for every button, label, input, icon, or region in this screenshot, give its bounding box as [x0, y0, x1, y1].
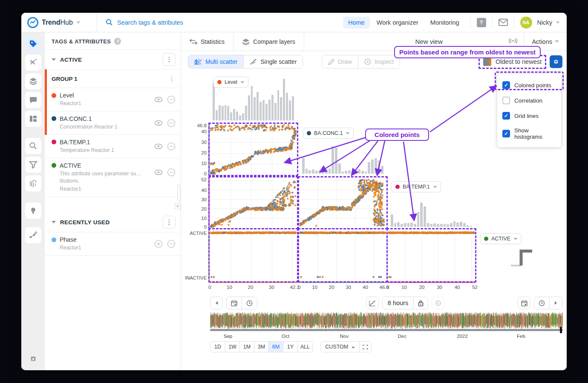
eye-icon[interactable] [154, 169, 163, 175]
layers-rail-button[interactable] [25, 73, 41, 89]
formulas-rail-button[interactable] [25, 54, 41, 71]
histogram-cell-active[interactable]: ACTIVE [477, 230, 565, 281]
tag-item-conc[interactable]: BA:CONC.1 Concentration Reactor 1 [45, 111, 181, 135]
custom-range-button[interactable]: CUSTOM [321, 342, 359, 352]
context-graph-rail-button[interactable] [25, 227, 41, 243]
range-1y[interactable]: 1Y [283, 342, 297, 352]
plus-circle-icon[interactable] [154, 240, 163, 248]
range-all[interactable]: ALL [297, 342, 312, 352]
eye-icon[interactable] [154, 120, 163, 126]
y-tick: 20 [188, 150, 207, 155]
minus-circle-icon[interactable] [167, 119, 176, 127]
scatter-cell-active-vs-conc[interactable] [300, 230, 386, 281]
chevron-down-icon[interactable] [556, 21, 560, 24]
histogram-bar [286, 93, 288, 120]
search-rail-button[interactable] [25, 138, 41, 154]
group-menu-button[interactable]: ⋮ [169, 75, 175, 82]
close-icon[interactable]: ✕ [175, 203, 181, 209]
multi-scatter-tab[interactable]: Multi scatter [188, 55, 243, 68]
scatter-cell-temp-vs-conc[interactable] [300, 178, 386, 228]
histogram-cell-temp[interactable]: BA:TEMP.1 [388, 178, 475, 228]
range-1m[interactable]: 1M [239, 342, 254, 352]
clock-button[interactable] [242, 297, 257, 309]
help-circle-icon[interactable]: ? [114, 38, 121, 45]
minus-circle-icon[interactable] [167, 240, 176, 248]
chevron-down-icon[interactable] [76, 21, 81, 24]
tag-item-temp[interactable]: BA:TEMP.1 Temperature Reactor 1 [45, 135, 181, 158]
nav-monitoring[interactable]: Monitoring [425, 17, 464, 29]
scatter-cell-active-vs-level[interactable] [210, 230, 297, 281]
minus-circle-icon[interactable] [167, 142, 176, 151]
section-menu-button[interactable]: ⋮ [163, 53, 176, 66]
minus-circle-icon[interactable] [167, 95, 176, 104]
timeline-strip[interactable] [210, 312, 563, 329]
step-forward-button[interactable] [549, 297, 562, 309]
checkbox-unchecked-icon[interactable] [502, 97, 510, 104]
range-1w[interactable]: 1W [225, 342, 239, 352]
active-section-header[interactable]: ACTIVE ⋮ [45, 50, 181, 69]
fingerprint-rail-button[interactable] [25, 175, 41, 192]
tag-item-level[interactable]: Level Reactor1 [45, 88, 181, 111]
single-scatter-tab[interactable]: Single scatter [243, 55, 303, 68]
compare-layers-button[interactable]: Compare layers [233, 32, 304, 51]
calendar-button[interactable] [227, 297, 242, 309]
fit-range-button[interactable] [359, 342, 371, 352]
annotation-callout-top: Points based on range from oldest to new… [394, 46, 541, 58]
range-6m[interactable]: 6M [268, 342, 283, 352]
histogram-cell-level[interactable]: Level [210, 73, 297, 121]
calendar-button[interactable] [518, 297, 530, 309]
duration-value[interactable]: 8 hours [383, 297, 413, 309]
insights-rail-button[interactable] [25, 203, 41, 219]
scatter-cell-active-vs-temp[interactable] [388, 230, 475, 281]
filter-rail-button[interactable] [25, 157, 41, 173]
nav-work-organizer[interactable]: Work organizer [372, 17, 424, 29]
tag-item-phase[interactable]: Phase Reactor1 [45, 232, 181, 256]
eye-icon[interactable] [154, 97, 163, 103]
eye-icon[interactable] [154, 143, 163, 149]
mail-icon[interactable] [499, 19, 508, 26]
checkbox-checked-icon[interactable]: ✓ [502, 112, 510, 120]
scatter-settings-button[interactable] [550, 55, 562, 68]
recent-section-header[interactable]: RECENTLY USED ⋮ [45, 212, 181, 232]
menu-item-correlation[interactable]: Correlation [497, 93, 561, 108]
step-back-button[interactable] [210, 297, 223, 309]
global-search[interactable]: Search tags & attributes [97, 19, 343, 26]
help-button[interactable]: ? [477, 18, 486, 27]
scatter-cell-temp-vs-level[interactable] [210, 178, 297, 228]
minus-circle-icon[interactable] [167, 168, 176, 177]
checkbox-checked-icon[interactable]: ✓ [502, 130, 510, 137]
range-1d[interactable]: 1D [210, 342, 225, 352]
range-3m[interactable]: 3M [254, 342, 268, 352]
broadcast-icon[interactable] [502, 38, 524, 46]
scatter-duration-button[interactable] [366, 297, 379, 309]
legend-chip-temp[interactable]: BA:TEMP.1 [392, 181, 441, 192]
user-name[interactable]: Nicky [537, 19, 552, 26]
legend-chip-conc[interactable]: BA:CONC.1 [303, 128, 354, 139]
settings-rail-button[interactable] [25, 351, 41, 367]
dashboard-rail-button[interactable] [25, 111, 41, 127]
inspect-button[interactable]: Inspect [358, 55, 400, 68]
clock-button[interactable] [534, 297, 549, 309]
scatter-cell-conc-vs-level[interactable] [210, 124, 297, 174]
tags-rail-button[interactable] [25, 36, 41, 52]
menu-item-show-histograms[interactable]: ✓Show histograms [497, 123, 561, 144]
history-button[interactable] [432, 297, 444, 309]
legend-chip-level[interactable]: Level [213, 77, 248, 88]
statistics-button[interactable]: Statistics [181, 32, 233, 51]
scrubber-handle[interactable] [560, 327, 562, 333]
user-avatar[interactable]: NA [520, 17, 532, 29]
section-menu-button[interactable]: ⋮ [163, 216, 176, 229]
nav-home[interactable]: Home [343, 17, 370, 29]
menu-item-grid-lines[interactable]: ✓Grid lines [497, 108, 561, 123]
timeline-scrubber[interactable] [210, 329, 563, 331]
comments-rail-button[interactable] [25, 92, 41, 108]
histogram-bar [222, 106, 224, 120]
legend-chip-active[interactable]: ACTIVE [480, 233, 522, 244]
logo[interactable]: TrendHub [21, 13, 97, 32]
sidebar-scrollbar-thumb[interactable] [177, 185, 180, 202]
tag-color-dot [307, 131, 311, 135]
draw-button[interactable]: Draw [322, 55, 358, 68]
lock-icon[interactable] [413, 297, 428, 309]
tag-item-active[interactable]: ACTIVE This attribute uses parameter su…… [45, 158, 181, 197]
group-row[interactable]: GROUP 1 ⋮ [45, 69, 181, 88]
